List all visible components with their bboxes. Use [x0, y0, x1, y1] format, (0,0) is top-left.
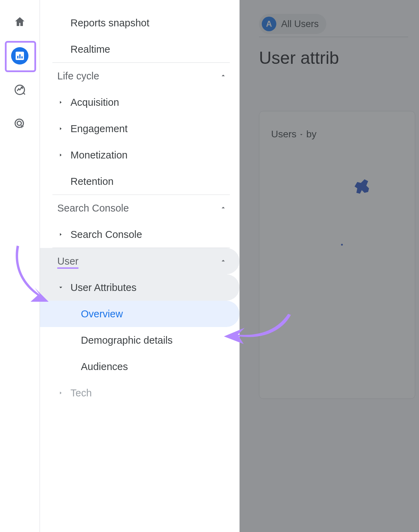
- caret-down-icon: [57, 285, 64, 290]
- reports-nav-button[interactable]: [11, 47, 28, 65]
- card-metric: Users: [271, 129, 296, 140]
- bar-chart-icon: [14, 50, 26, 62]
- nav-label: Search Console: [70, 229, 142, 240]
- section-user[interactable]: User: [40, 248, 240, 274]
- explore-nav-button[interactable]: [11, 81, 28, 98]
- divider: [259, 37, 408, 37]
- reports-panel: Reports snapshot Realtime Life cycle Acq…: [40, 0, 240, 532]
- nav-reports-snapshot[interactable]: Reports snapshot: [40, 10, 240, 36]
- home-nav-button[interactable]: [11, 13, 28, 31]
- advertising-nav-button[interactable]: [11, 115, 28, 132]
- section-life-cycle[interactable]: Life cycle: [40, 63, 240, 89]
- card-title[interactable]: Users by: [271, 129, 403, 140]
- nav-label: Engagement: [70, 123, 127, 135]
- nav-user-attributes[interactable]: User Attributes: [40, 274, 240, 301]
- svg-point-7: [341, 244, 343, 246]
- svg-rect-2: [19, 54, 21, 59]
- chevron-up-icon: [219, 70, 227, 82]
- home-icon: [14, 16, 26, 28]
- nav-monetization[interactable]: Monetization: [40, 142, 240, 168]
- chevron-up-icon: [219, 256, 227, 267]
- nav-label: Demographic details: [81, 335, 173, 346]
- nav-label: User Attributes: [70, 282, 136, 293]
- caret-right-icon: [57, 391, 64, 395]
- content-area: A All Users User attrib Users by: [240, 0, 419, 532]
- page-title: User attrib: [259, 48, 339, 68]
- nav-search-console[interactable]: Search Console: [40, 221, 240, 248]
- nav-engagement[interactable]: Engagement: [40, 115, 240, 142]
- section-search-console[interactable]: Search Console: [40, 195, 240, 221]
- target-click-icon: [14, 118, 26, 130]
- caret-right-icon: [57, 126, 64, 131]
- nav-audiences[interactable]: Audiences: [40, 353, 240, 380]
- filter-all-users[interactable]: A All Users: [259, 14, 326, 34]
- nav-tech[interactable]: Tech: [40, 380, 240, 406]
- svg-rect-1: [17, 56, 19, 59]
- card-by-text: by: [306, 129, 317, 140]
- nav-label: Acquisition: [70, 97, 119, 108]
- trend-icon: [14, 84, 26, 96]
- nav-label: Reports snapshot: [70, 17, 149, 29]
- svg-rect-3: [22, 57, 23, 59]
- section-label: User: [57, 256, 78, 267]
- icon-rail: [0, 0, 40, 532]
- filter-label: All Users: [281, 19, 319, 29]
- section-label: Life cycle: [57, 70, 99, 82]
- dropdown-caret-icon: [299, 129, 304, 140]
- users-by-country-card: Users by: [259, 111, 415, 399]
- nav-label: Tech: [70, 387, 92, 399]
- nav-label: Retention: [70, 176, 114, 187]
- chevron-up-icon: [219, 203, 227, 214]
- nav-demographic-details[interactable]: Demographic details: [40, 327, 240, 353]
- nav-label: Realtime: [70, 44, 110, 55]
- nav-realtime[interactable]: Realtime: [40, 36, 240, 62]
- caret-right-icon: [57, 100, 64, 105]
- nav-label: Monetization: [70, 149, 127, 161]
- nav-overview[interactable]: Overview: [40, 301, 240, 327]
- caret-right-icon: [57, 153, 64, 157]
- section-label: Search Console: [57, 203, 129, 214]
- nav-acquisition[interactable]: Acquisition: [40, 89, 240, 115]
- caret-right-icon: [57, 232, 64, 237]
- nav-label: Audiences: [81, 361, 128, 372]
- svg-point-6: [17, 121, 22, 126]
- map-illustration: [315, 170, 405, 260]
- nav-retention[interactable]: Retention: [40, 168, 240, 195]
- filter-badge: A: [262, 17, 276, 31]
- nav-label: Overview: [81, 308, 123, 320]
